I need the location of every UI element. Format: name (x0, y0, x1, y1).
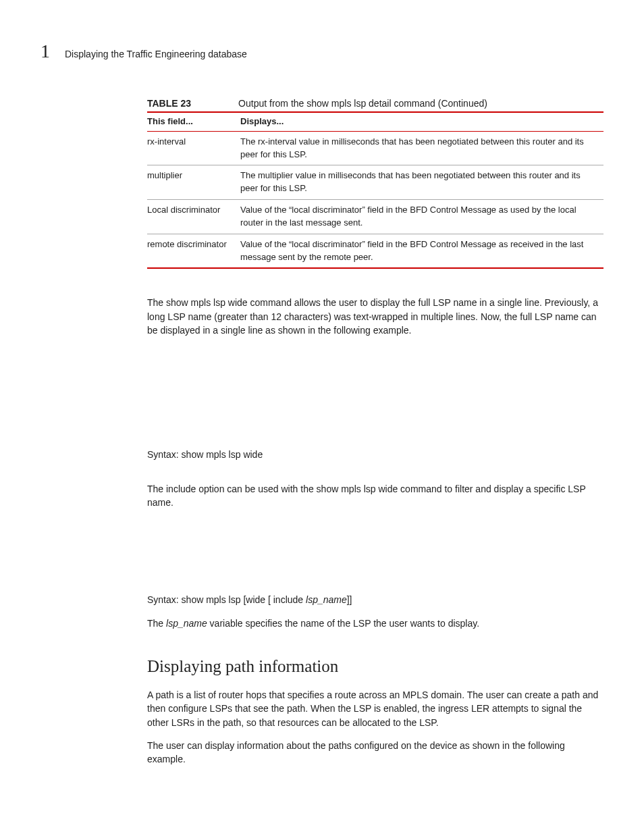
output-fields-table: This field... Displays... rx-interval Th… (147, 111, 603, 269)
content-column: TABLE 23 Output from the show mpls lsp d… (147, 97, 603, 766)
spacer (147, 519, 603, 593)
paragraph: The user can display information about t… (147, 739, 603, 766)
table-label: TABLE 23 (147, 97, 191, 110)
cell-field: Local discriminator (147, 200, 240, 234)
table-row: rx-interval The rx-interval value in mil… (147, 131, 603, 165)
cell-field: multiplier (147, 165, 240, 200)
paragraph: The show mpls lsp wide command allows th… (147, 296, 603, 337)
section-heading: Displaying path information (147, 654, 603, 679)
table-row: Local discriminator Value of the “local … (147, 200, 603, 234)
paragraph: A path is a list of router hops that spe… (147, 688, 603, 729)
syntax-line: Syntax: show mpls lsp wide (147, 448, 603, 461)
syntax-variable: lsp_name (306, 594, 347, 605)
table-caption: TABLE 23 Output from the show mpls lsp d… (147, 97, 603, 110)
running-head: 1 Displaying the Traffic Engineering dat… (41, 38, 603, 66)
syntax-label: Syntax: (147, 449, 182, 460)
table-row: remote discriminator Value of the “local… (147, 234, 603, 268)
table-header-row: This field... Displays... (147, 112, 603, 131)
syntax-command: show mpls lsp wide (182, 449, 263, 460)
cell-desc: The rx-interval value in milliseconds th… (240, 131, 603, 165)
variable-name: lsp_name (166, 618, 207, 629)
table-row: multiplier The multiplier value in milli… (147, 165, 603, 200)
col-head-desc: Displays... (240, 112, 603, 131)
running-head-title: Displaying the Traffic Engineering datab… (65, 47, 247, 61)
paragraph: The lsp_name variable specifies the name… (147, 617, 603, 630)
syntax-command-post: ]] (347, 594, 352, 605)
table-title: Output from the show mpls lsp detail com… (238, 97, 487, 110)
chapter-number: 1 (41, 38, 50, 66)
paragraph: The include option can be used with the … (147, 482, 603, 510)
cell-field: remote discriminator (147, 234, 240, 268)
syntax-label: Syntax: (147, 594, 182, 605)
cell-desc: Value of the “local discriminator” field… (240, 234, 603, 268)
spacer (147, 346, 603, 448)
text: variable specifies the name of the LSP t… (207, 618, 479, 629)
cell-desc: Value of the “local discriminator” field… (240, 200, 603, 234)
cell-field: rx-interval (147, 131, 240, 165)
col-head-field: This field... (147, 112, 240, 131)
syntax-line: Syntax: show mpls lsp [wide [ include ls… (147, 593, 603, 606)
syntax-command-pre: show mpls lsp [wide [ include (182, 594, 306, 605)
page: 1 Displaying the Traffic Engineering dat… (0, 0, 644, 830)
text: The (147, 618, 166, 629)
cell-desc: The multiplier value in milliseconds tha… (240, 165, 603, 200)
